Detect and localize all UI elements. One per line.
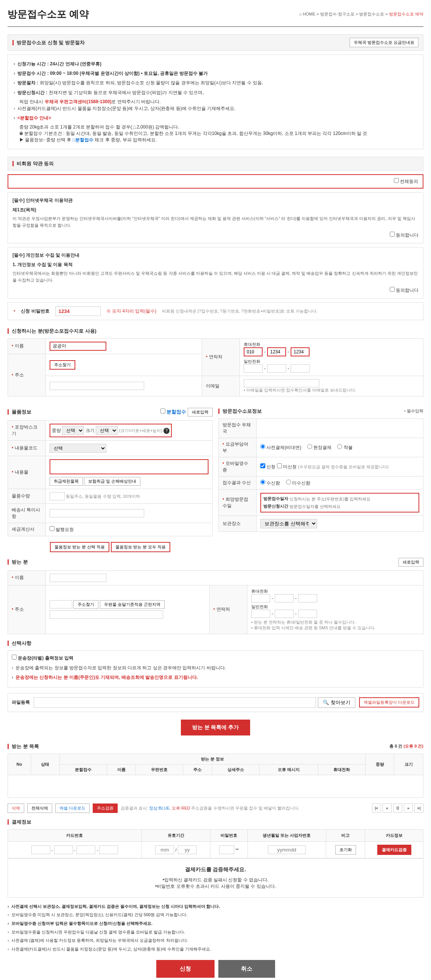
fee-radio-prepay[interactable]: 사전결제(비대면) xyxy=(260,445,301,450)
item-table: 포장박스크기 중량 선택 크기 선택 (크기=가로+세로+높이) ? 내용물코드… xyxy=(8,420,213,536)
receiver-list-table: No 상태 받는 분 정보 중량 크기 분할접수 이름 우편번호 주소 상세주소… xyxy=(8,754,423,798)
agree-all-checkbox[interactable]: 전체동의 xyxy=(394,179,418,184)
hope-time-input[interactable] xyxy=(289,503,416,509)
special-input[interactable] xyxy=(49,509,144,517)
receiver-zip-input[interactable] xyxy=(49,600,72,608)
submit-button[interactable]: 신청 xyxy=(156,960,215,978)
receiver-addr-search[interactable]: 주소찾기 xyxy=(73,600,98,609)
tax-checkbox[interactable]: 발행요청 xyxy=(49,527,74,532)
landline3[interactable] xyxy=(291,364,310,373)
restricted-btn[interactable]: 취급제한물목 xyxy=(49,477,83,486)
excel-template-btn[interactable]: 엑셀파일등록양식 다운로드 xyxy=(359,697,419,708)
password-input[interactable] xyxy=(55,307,101,316)
receiver-table: 이름 주소 주소찾기 우편물 송달기준적용 곤란지역 연락처 휴대전화 - - … xyxy=(8,570,423,634)
sender-addr-search[interactable]: 주소찾기 xyxy=(49,360,75,370)
nonmember-header: 비회원 약관 동의 xyxy=(8,157,423,170)
phone1[interactable] xyxy=(244,347,263,356)
page-title: 방문접수소포 예약 xyxy=(8,8,89,21)
mobile-radio-yes[interactable]: 신청 xyxy=(260,464,276,469)
verify-card-btn[interactable]: 결제카드검증 xyxy=(377,845,411,855)
page-first[interactable]: |< xyxy=(372,803,381,813)
home-icon: ⌂ xyxy=(299,12,302,16)
page-last[interactable]: >| xyxy=(414,803,423,813)
result-radio-yes[interactable]: 수신함 xyxy=(260,480,280,486)
apply-selected-btn[interactable]: 물품정보 받는 분 선택 적용 xyxy=(50,542,109,552)
receiver-new-btn[interactable]: 새로입력 xyxy=(399,558,423,566)
apply-all-btn[interactable]: 물품정보 받는 분 모두 적용 xyxy=(111,542,170,552)
option-header: 선택사항 xyxy=(12,640,423,647)
sender-name-input[interactable] xyxy=(49,342,106,351)
page-next[interactable]: » xyxy=(404,803,413,813)
visit-table: 방문접수 우체국 요금부담여부 사전결제(비대면) 현장결제 착불 모바일영수증… xyxy=(218,418,423,532)
breadcrumb: ⌂ HOME > 방문접수·창구소포 > 방문접수소포 > 방문접수소포 예약 xyxy=(299,11,423,17)
fee-radio-onsite[interactable]: 현장결제 xyxy=(307,445,332,450)
exp-mm[interactable] xyxy=(155,845,174,854)
receiver-name-input[interactable] xyxy=(49,574,106,582)
list-header: 받는 분 목록 xyxy=(12,743,389,750)
password-box: • 신청 비밀번호 ※ 숫자 4자리 입력(필수) 비회원 신청내역은 [?접수… xyxy=(8,302,423,320)
terms1-section: [필수] 인터넷우체국 이용약관 제1조(목적) 이 약관은 우정사업본부가 운… xyxy=(8,192,423,243)
size-select[interactable]: 선택 xyxy=(96,426,118,435)
delete-all-btn[interactable]: 전체삭제 xyxy=(27,803,52,813)
sender-table: 이름 연락처 휴대전화 - - 일반전화 - - xyxy=(8,338,423,396)
fee-radio-cod[interactable]: 착불 xyxy=(337,445,352,450)
option-box: 운송장(라벨) 출력정보 입력 운송장에 출력되는 정보를 방문접수자로 입력한… xyxy=(8,651,423,687)
hope-date-input[interactable] xyxy=(289,496,416,502)
guide-box: 신청가능 시간 : 24시간 언제나 (연중무휴) 방문접수 시간 : 09:0… xyxy=(8,54,423,149)
split-checkbox[interactable]: 분할접수 xyxy=(160,409,187,415)
delete-btn[interactable]: 삭제 xyxy=(8,803,24,813)
result-radio-no[interactable]: 미수신함 xyxy=(286,480,310,486)
card1[interactable] xyxy=(31,845,50,854)
file-input[interactable] xyxy=(34,697,316,708)
mobile-radio-no[interactable]: 미신청 xyxy=(277,464,297,469)
terms1-agree[interactable]: 동의합니다 xyxy=(390,232,418,238)
payment-table: 카드번호 유효기간 비밀번호 생년월일 또는 사업자번호 비고 카드정보 - -… xyxy=(8,829,423,858)
table-actions: 삭제 전체삭제 엑셀 다운로드 주소검증 검증결과 표시: 정상:BLUE, 오… xyxy=(8,803,423,813)
file-row: 파일등록 🔍 찾아보기 엑셀파일등록양식 다운로드 xyxy=(8,693,423,712)
phone2[interactable] xyxy=(267,347,286,356)
add-to-list-button[interactable]: 받는 분 목록에 추가 xyxy=(181,720,251,735)
payment-notice: 결제카드를 검증해주세요. •입력하신 결제카드 검증 실패시 신청할 수 없습… xyxy=(8,858,423,897)
difficult-area-btn[interactable]: 우편물 송달기준적용 곤란지역 xyxy=(100,600,164,609)
final-notice: 사전결제 선택시 보관장소, 결제정보입력, 결제카드 검증은 필수이며, 결제… xyxy=(8,903,423,953)
card2[interactable] xyxy=(54,845,73,854)
cancel-button[interactable]: 취소 xyxy=(218,960,275,978)
receiver-header: 받는 분 xyxy=(12,558,399,565)
payment-header: 결제정보 xyxy=(12,819,423,826)
new-input-btn[interactable]: 새로입력 xyxy=(188,408,213,417)
card3[interactable] xyxy=(77,845,95,854)
page-prev[interactable]: « xyxy=(383,803,392,813)
file-search-btn[interactable]: 🔍 찾아보기 xyxy=(318,697,355,708)
fee-info-button[interactable]: 우체국 방문접수소포 요금안내표 xyxy=(350,38,418,47)
help-icon[interactable]: ? xyxy=(163,428,169,434)
sender-header: 신청하시는 분(방문소포접수지로 사용) xyxy=(12,328,423,334)
code-select[interactable]: 선택 xyxy=(49,444,106,453)
qty-input[interactable] xyxy=(49,492,65,500)
sender-addr-input[interactable] xyxy=(49,382,144,390)
guide-section-header: 방문접수소포 신청 및 방문절차 우체국 방문접수소포 요금안내표 xyxy=(8,34,423,51)
landline1[interactable] xyxy=(244,364,263,373)
phone3[interactable] xyxy=(291,347,310,356)
page-num[interactable]: 0 xyxy=(393,803,402,813)
landline2[interactable] xyxy=(267,364,286,373)
agree-all-row: 전체동의 xyxy=(8,174,423,189)
card-pw[interactable] xyxy=(219,845,234,854)
sender-email-input[interactable] xyxy=(244,379,319,387)
birth-input[interactable] xyxy=(268,845,306,854)
storage-select[interactable]: 보관장소를 선택해주세요 xyxy=(260,519,317,528)
terms2-agree[interactable]: 동의합니다 xyxy=(390,288,418,293)
label-print-checkbox[interactable]: 운송장(라벨) 출력정보 입력 xyxy=(12,655,73,661)
excel-download-btn[interactable]: 엑셀 다운로드 xyxy=(55,803,90,813)
addr-verify-btn[interactable]: 주소검증 xyxy=(93,803,118,813)
visit-header: 방문접수소포정보 xyxy=(222,408,404,415)
reset-btn[interactable]: 초기화 xyxy=(335,845,356,854)
receiver-addr-input[interactable] xyxy=(49,610,163,619)
insurance-btn[interactable]: 보험취급 및 손해배상안내 xyxy=(84,477,140,486)
content-textarea[interactable] xyxy=(49,459,209,474)
card4[interactable] xyxy=(99,845,118,854)
terms2-section: [필수] 개인정보 수집 및 이용안내 1. 개인정보 수집 및 이용 목적 인… xyxy=(8,247,423,298)
item-header: 물품정보 xyxy=(12,409,160,415)
exp-yy[interactable] xyxy=(178,845,197,854)
weight-select[interactable]: 선택 xyxy=(62,426,84,435)
